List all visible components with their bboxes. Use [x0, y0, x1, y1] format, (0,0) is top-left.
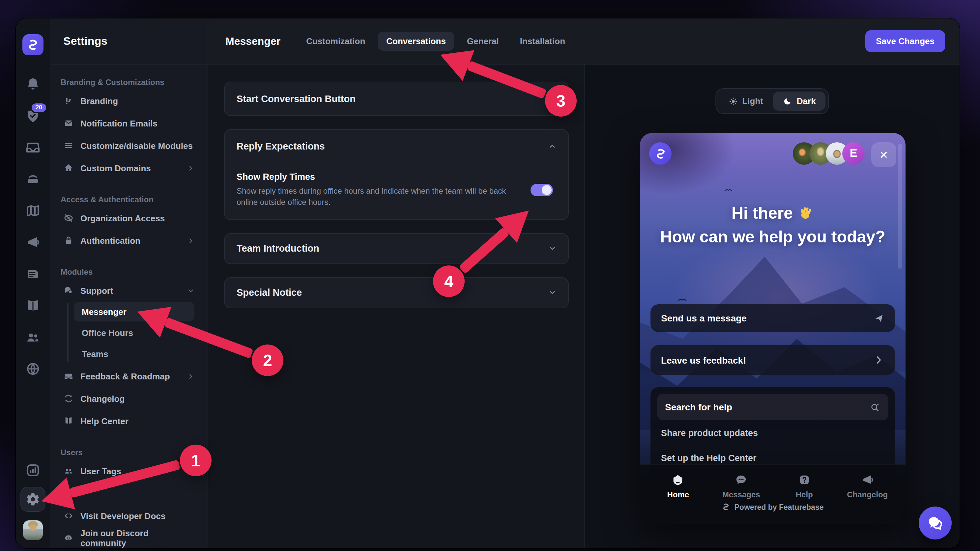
- bird-icon: [720, 188, 737, 195]
- chevron-down-icon: [548, 245, 556, 252]
- sidebar-item-feedback-roadmap[interactable]: Feedback & Roadmap: [58, 365, 200, 387]
- page-header: Messenger Customization Conversations Ge…: [208, 19, 959, 65]
- help-center-rail-button[interactable]: [25, 298, 41, 314]
- notifications-button[interactable]: [25, 76, 41, 92]
- users-icon: [25, 329, 41, 345]
- sidebar-item-teams[interactable]: Teams: [74, 344, 194, 364]
- widget-close-button[interactable]: [871, 142, 896, 167]
- sidebar-item-customize-modules[interactable]: Customize/disable Modules: [58, 134, 200, 157]
- theme-light-button[interactable]: Light: [718, 92, 773, 111]
- sidebar-item-developer-docs[interactable]: Visit Developer Docs: [58, 505, 200, 527]
- analytics-button[interactable]: [25, 462, 41, 478]
- settings-main: Start Conversation Button Reply Expectat…: [208, 65, 585, 548]
- refresh-icon: [63, 393, 74, 404]
- support-subnav: Messenger Office Hours Teams: [50, 302, 208, 364]
- palette-icon: [63, 95, 74, 106]
- save-changes-button[interactable]: Save Changes: [865, 30, 945, 52]
- sidebar-item-authentication[interactable]: Authentication: [58, 229, 200, 252]
- section-label: Modules: [60, 261, 197, 277]
- chevron-up-icon: [548, 142, 556, 150]
- map-icon: [25, 203, 41, 219]
- widget-nav-messages[interactable]: Messages: [718, 473, 764, 499]
- settings-button[interactable]: [21, 487, 46, 512]
- preview-panel: Light Dark: [585, 65, 959, 548]
- tray-icon: [63, 371, 74, 381]
- news-icon: [25, 266, 41, 282]
- widget-nav-help[interactable]: Help: [781, 473, 827, 499]
- widget-nav-changelog[interactable]: Changelog: [844, 473, 890, 499]
- user-group-icon: [63, 466, 74, 476]
- sidebar-item-support[interactable]: Support: [58, 279, 200, 302]
- lock-icon: [63, 235, 74, 246]
- widget-bottom-nav: Home Messages Help: [640, 464, 905, 524]
- card-header[interactable]: Start Conversation Button: [225, 83, 568, 115]
- featurebase-logo[interactable]: [22, 34, 43, 56]
- sidebar-item-notification-emails[interactable]: Notification Emails: [58, 112, 200, 134]
- sidebar-item-changelog[interactable]: Changelog: [58, 387, 200, 410]
- chat-launcher-button[interactable]: [919, 507, 952, 540]
- featurebase-logo-icon: [722, 503, 730, 511]
- theme-dark-button[interactable]: Dark: [773, 92, 826, 111]
- code-icon: [63, 510, 74, 521]
- inbox-icon: [25, 140, 41, 156]
- show-reply-times-toggle[interactable]: [531, 184, 553, 197]
- sidebar-item-organization-access[interactable]: Organization Access: [58, 207, 200, 229]
- moderation-button[interactable]: 20: [25, 108, 41, 124]
- chart-icon: [25, 462, 41, 478]
- section-label: Users: [60, 441, 197, 457]
- tab-general[interactable]: General: [458, 32, 508, 51]
- card-header[interactable]: Team Introduction: [225, 234, 568, 264]
- changelog-rail-button[interactable]: [25, 266, 41, 282]
- user-avatar[interactable]: [23, 520, 43, 540]
- toggle-knob: [542, 186, 552, 195]
- portal-rail-button[interactable]: [25, 361, 41, 377]
- users-rail-button[interactable]: [25, 329, 41, 345]
- search-for-help-input[interactable]: Search for help: [657, 394, 888, 420]
- section-label: Branding & Customizations: [60, 71, 197, 87]
- layers-button[interactable]: [25, 171, 41, 187]
- tab-customization[interactable]: Customization: [298, 32, 374, 51]
- chevron-right-icon: [187, 164, 194, 171]
- widget-nav-home[interactable]: Home: [655, 473, 701, 499]
- roadmap-button[interactable]: [25, 203, 41, 219]
- megaphone-icon: [861, 473, 874, 487]
- layers-icon: [25, 171, 41, 187]
- card-reply-expectations: Reply Expectations Show Reply Times Show…: [224, 129, 569, 220]
- send-message-button[interactable]: Send us a message: [651, 304, 895, 332]
- sidebar-item-discord[interactable]: Join our Discord community: [58, 527, 200, 548]
- icon-rail: 20: [16, 19, 50, 548]
- widget-scrollbar[interactable]: [898, 144, 902, 269]
- announcements-button[interactable]: [25, 235, 41, 250]
- avatar: E: [842, 142, 865, 165]
- messenger-widget-preview: E Hi there How can we help you today? Se…: [640, 133, 905, 524]
- book-open-icon: [25, 298, 41, 314]
- sidebar-item-messenger[interactable]: Messenger: [74, 302, 194, 321]
- chevron-right-icon: [187, 237, 194, 244]
- chevron-down-icon: [187, 287, 194, 294]
- sidebar-item-help-center[interactable]: Help Center: [58, 410, 200, 432]
- count-badge: 20: [30, 102, 48, 113]
- inbox-button[interactable]: [25, 140, 41, 156]
- tab-installation[interactable]: Installation: [511, 32, 574, 51]
- team-avatars: E: [793, 142, 865, 165]
- menu-lines-icon: [63, 140, 74, 151]
- card-header[interactable]: Special Notice: [225, 278, 568, 308]
- close-icon: [878, 149, 889, 160]
- moon-icon: [783, 97, 792, 106]
- setting-label: Show Reply Times: [237, 172, 521, 182]
- card-special-notice: Special Notice: [224, 277, 569, 308]
- page-title: Messenger: [225, 35, 280, 47]
- widget-logo: [649, 142, 671, 165]
- leave-feedback-button[interactable]: Leave us feedback!: [651, 345, 895, 375]
- link-share-product-updates[interactable]: Share product updates: [657, 420, 888, 445]
- tab-conversations[interactable]: Conversations: [378, 32, 454, 51]
- card-header[interactable]: Reply Expectations: [225, 130, 568, 163]
- sidebar-item-branding[interactable]: Branding: [58, 90, 200, 112]
- sun-icon: [728, 97, 737, 106]
- sidebar-item-office-hours[interactable]: Office Hours: [74, 323, 194, 343]
- powered-by-featurebase[interactable]: Powered by Featurebase: [640, 503, 905, 511]
- featurebase-logo-icon: [654, 147, 667, 160]
- featurebase-logo-icon: [26, 38, 40, 51]
- sidebar-item-custom-domains[interactable]: Custom Domains: [58, 157, 200, 179]
- sidebar-item-user-tags[interactable]: User Tags: [58, 460, 200, 482]
